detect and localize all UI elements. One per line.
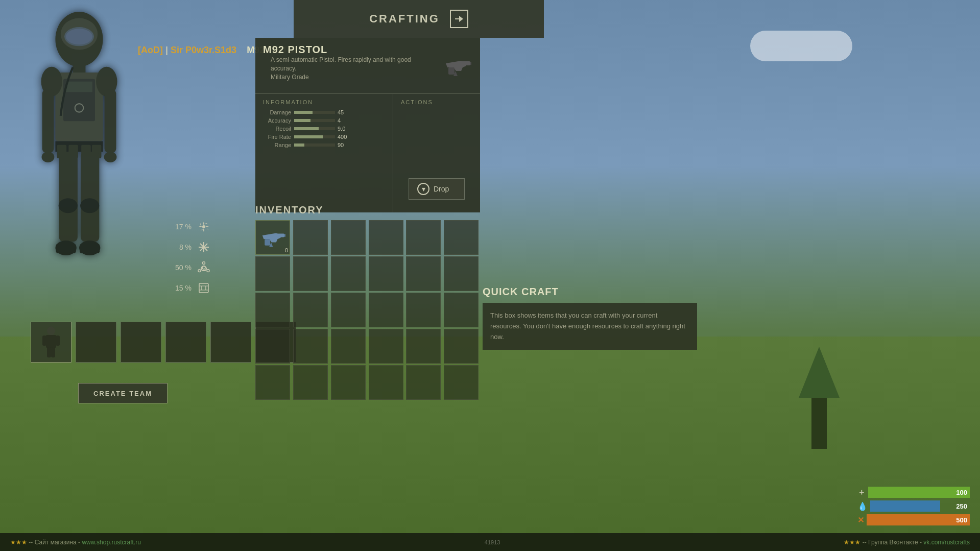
stat-row-bio: 50 % xyxy=(169,260,211,275)
inv-slot[interactable] xyxy=(331,220,366,255)
footer-bar: ★★★ -- Сайт магазина - www.shop.rustcraf… xyxy=(0,533,980,551)
item-panel: M92 PISTOL A semi-automatic Pistol. Fire… xyxy=(255,38,480,212)
svg-point-14 xyxy=(42,152,55,162)
stat-value: 400 xyxy=(338,134,347,140)
stat-pct-bio: 50 % xyxy=(169,263,192,272)
svg-point-24 xyxy=(80,198,99,213)
vk-link[interactable]: vk.com/rustcrafts xyxy=(923,539,970,546)
drop-button[interactable]: ▾ Drop xyxy=(409,178,465,200)
inv-slot[interactable] xyxy=(444,256,479,291)
inv-slot[interactable] xyxy=(444,329,479,364)
inv-slot[interactable] xyxy=(406,365,441,400)
inv-slot[interactable] xyxy=(444,293,479,327)
food-bar: 500 xyxy=(867,514,970,525)
equip-slot-1[interactable] xyxy=(76,322,116,363)
signal-icon xyxy=(197,281,211,295)
stat-pct-sig: 15 % xyxy=(169,284,192,292)
svg-marker-1 xyxy=(459,16,463,22)
stat-bar-row: Recoil 9.0 xyxy=(263,126,385,132)
svg-point-37 xyxy=(203,262,205,265)
inv-slot[interactable] xyxy=(369,329,403,364)
equip-slot-2[interactable] xyxy=(121,322,161,363)
inv-slot[interactable] xyxy=(369,365,403,400)
inv-slot[interactable] xyxy=(293,256,328,291)
inv-slot[interactable]: 0 xyxy=(255,220,290,255)
inv-slot[interactable] xyxy=(331,329,366,364)
inv-slot[interactable] xyxy=(255,256,290,291)
water-value: 250 xyxy=(956,502,967,510)
stat-label: Fire Rate xyxy=(263,134,291,140)
svg-point-15 xyxy=(104,152,117,162)
crafting-title: CRAFTING xyxy=(369,12,440,26)
quick-craft-description: This box shows items that you can craft … xyxy=(483,303,697,350)
health-bar-fill xyxy=(868,487,970,498)
item-icon xyxy=(442,51,472,81)
drop-icon: ▾ xyxy=(417,183,429,195)
stat-bar-outer xyxy=(294,127,335,130)
inv-slot[interactable] xyxy=(444,220,479,255)
stat-bar-fill xyxy=(294,143,304,147)
inv-slot[interactable] xyxy=(331,365,366,400)
inventory-grid: 0 xyxy=(255,220,480,400)
inv-slot[interactable] xyxy=(331,293,366,327)
stat-label: Range xyxy=(263,142,291,148)
inv-slot[interactable] xyxy=(255,293,290,327)
water-icon: 💧 xyxy=(857,501,868,511)
inv-slot[interactable] xyxy=(331,256,366,291)
stat-bar-fill xyxy=(294,119,310,122)
food-icon: ✕ xyxy=(857,515,864,525)
svg-rect-51 xyxy=(448,67,455,75)
footer-right: ★★★ -- Группа Вконтакте - vk.com/rustcra… xyxy=(844,539,970,546)
inv-slot[interactable] xyxy=(406,256,441,291)
create-team-button[interactable]: CREATE TEAM xyxy=(78,383,168,403)
info-actions: INFORMATION Damage 45 Accuracy 4 Recoil … xyxy=(255,93,480,212)
resource-food: ✕ 500 xyxy=(857,514,970,525)
food-value: 500 xyxy=(956,516,967,524)
stat-bar-row: Accuracy 4 xyxy=(263,117,385,124)
inv-slot[interactable] xyxy=(293,220,328,255)
exit-button[interactable] xyxy=(450,10,468,28)
equip-slot-3[interactable] xyxy=(165,322,206,363)
inv-slot[interactable] xyxy=(444,365,479,400)
item-description: A semi-automatic Pistol. Fires rapidly a… xyxy=(263,56,442,87)
inv-slot[interactable] xyxy=(369,256,403,291)
svg-rect-22 xyxy=(81,152,99,242)
inv-slot[interactable] xyxy=(255,365,290,400)
inv-slot[interactable] xyxy=(255,329,290,364)
equip-slot-0[interactable] xyxy=(31,322,71,363)
inv-slot[interactable] xyxy=(406,220,441,255)
shop-link[interactable]: www.shop.rustcraft.ru xyxy=(82,539,140,546)
drop-area: ▾ Drop xyxy=(401,171,472,207)
svg-rect-9 xyxy=(66,82,92,92)
stat-pct-rad: 17 % xyxy=(169,223,192,231)
inv-slot[interactable] xyxy=(406,329,441,364)
svg-rect-55 xyxy=(276,233,284,237)
snowflake-icon xyxy=(197,240,211,254)
item-name: M92 PISTOL xyxy=(263,44,442,56)
actions-section: ACTIONS ▾ Drop xyxy=(393,94,480,212)
inv-slot[interactable] xyxy=(293,365,328,400)
actions-label: ACTIONS xyxy=(401,99,472,105)
water-bar: 250 xyxy=(870,500,970,512)
inv-slot[interactable] xyxy=(369,220,403,255)
svg-point-35 xyxy=(203,246,205,248)
equip-slot-4[interactable] xyxy=(210,322,251,363)
resource-bars: ＋ 100 💧 250 ✕ 500 xyxy=(857,487,970,525)
svg-rect-48 xyxy=(56,336,60,346)
stat-label: Accuracy xyxy=(263,117,291,124)
stat-bar-fill xyxy=(294,127,319,130)
svg-rect-53 xyxy=(470,62,471,65)
food-bar-fill xyxy=(867,514,970,525)
stat-bar-outer xyxy=(294,135,335,138)
stat-row-cold: 8 % xyxy=(169,240,211,254)
inv-slot[interactable] xyxy=(369,293,403,327)
stat-value: 9.0 xyxy=(338,126,345,132)
svg-point-38 xyxy=(207,270,209,272)
svg-point-5 xyxy=(66,29,92,44)
inv-slot[interactable] xyxy=(406,293,441,327)
inventory-title: INVENTORY xyxy=(255,204,480,216)
resource-water: 💧 250 xyxy=(857,500,970,512)
inv-slot[interactable] xyxy=(293,329,328,364)
inv-slot[interactable] xyxy=(293,293,328,327)
quick-craft-panel: QUICK CRAFT This box shows items that yo… xyxy=(483,286,697,350)
